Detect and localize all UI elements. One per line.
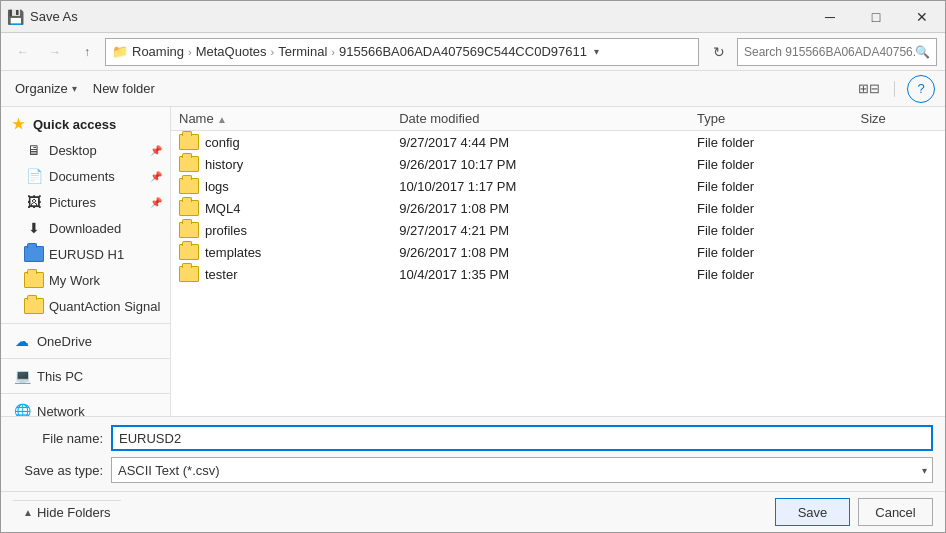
new-folder-label: New folder bbox=[93, 81, 155, 96]
file-size bbox=[853, 197, 945, 219]
back-button[interactable]: ← bbox=[9, 38, 37, 66]
search-icon: 🔍 bbox=[915, 45, 930, 59]
file-date: 9/27/2017 4:44 PM bbox=[391, 131, 689, 154]
footer: ▲ Hide Folders Save Cancel bbox=[1, 491, 945, 532]
sidebar-item-thispc[interactable]: 💻 This PC bbox=[1, 363, 170, 389]
file-type: File folder bbox=[689, 131, 853, 154]
quantaction-folder-icon bbox=[25, 297, 43, 315]
col-size[interactable]: Size bbox=[853, 107, 945, 131]
file-size bbox=[853, 175, 945, 197]
dialog-buttons: Save Cancel bbox=[775, 498, 933, 526]
folder-icon-small: 📁 bbox=[112, 44, 128, 59]
address-dropdown-button[interactable]: ▾ bbox=[587, 39, 607, 65]
refresh-button[interactable]: ↻ bbox=[705, 38, 733, 66]
forward-button[interactable]: → bbox=[41, 38, 69, 66]
crumb-metaquotes[interactable]: MetaQuotes bbox=[196, 44, 267, 59]
crumb-guid[interactable]: 915566BA06ADA407569C544CC0D97611 bbox=[339, 44, 587, 59]
file-list: Name ▲ Date modified Type Size bbox=[171, 107, 945, 416]
new-folder-button[interactable]: New folder bbox=[89, 79, 159, 98]
table-row[interactable]: templates 9/26/2017 1:08 PM File folder bbox=[171, 241, 945, 263]
documents-label: Documents bbox=[49, 169, 115, 184]
file-name: profiles bbox=[205, 223, 247, 238]
file-table: Name ▲ Date modified Type Size bbox=[171, 107, 945, 285]
cancel-button[interactable]: Cancel bbox=[858, 498, 933, 526]
hide-folders-label: Hide Folders bbox=[37, 505, 111, 520]
file-name: logs bbox=[205, 179, 229, 194]
saveas-select[interactable]: ASCII Text (*.csv) bbox=[111, 457, 933, 483]
folder-icon bbox=[179, 200, 199, 216]
save-button[interactable]: Save bbox=[775, 498, 850, 526]
col-type[interactable]: Type bbox=[689, 107, 853, 131]
close-button[interactable]: ✕ bbox=[899, 2, 945, 32]
minimize-button[interactable]: ─ bbox=[807, 2, 853, 32]
file-type: File folder bbox=[689, 153, 853, 175]
col-date-modified[interactable]: Date modified bbox=[391, 107, 689, 131]
pictures-label: Pictures bbox=[49, 195, 96, 210]
filename-row: File name: bbox=[13, 425, 933, 451]
onedrive-label: OneDrive bbox=[37, 334, 92, 349]
file-name: tester bbox=[205, 267, 238, 282]
file-type: File folder bbox=[689, 241, 853, 263]
folder-icon bbox=[179, 156, 199, 172]
eurusd-label: EURUSD H1 bbox=[49, 247, 124, 262]
pin-icon-desktop: 📌 bbox=[150, 145, 162, 156]
sidebar-item-eurusd[interactable]: EURUSD H1 bbox=[1, 241, 170, 267]
sidebar-item-downloaded[interactable]: ⬇ Downloaded bbox=[1, 215, 170, 241]
sidebar-quick-access-header[interactable]: ★ Quick access bbox=[1, 111, 170, 137]
main-content: ★ Quick access 🖥 Desktop 📌 📄 Documents 📌… bbox=[1, 107, 945, 416]
col-name[interactable]: Name ▲ bbox=[171, 107, 391, 131]
mywork-label: My Work bbox=[49, 273, 100, 288]
quick-access-label: Quick access bbox=[33, 117, 116, 132]
documents-icon: 📄 bbox=[25, 167, 43, 185]
sidebar-item-network[interactable]: 🌐 Network bbox=[1, 398, 170, 416]
sidebar-item-documents[interactable]: 📄 Documents 📌 bbox=[1, 163, 170, 189]
file-name: history bbox=[205, 157, 243, 172]
file-size bbox=[853, 219, 945, 241]
address-bar[interactable]: 📁 Roaming › MetaQuotes › Terminal › 9155… bbox=[105, 38, 699, 66]
downloaded-label: Downloaded bbox=[49, 221, 121, 236]
table-row[interactable]: logs 10/10/2017 1:17 PM File folder bbox=[171, 175, 945, 197]
up-button[interactable]: ↑ bbox=[73, 38, 101, 66]
window-icon: 💾 bbox=[7, 9, 24, 25]
crumb-roaming[interactable]: Roaming bbox=[132, 44, 184, 59]
file-size bbox=[853, 263, 945, 285]
search-input[interactable] bbox=[744, 45, 915, 59]
pc-icon: 💻 bbox=[13, 367, 31, 385]
star-icon: ★ bbox=[9, 115, 27, 133]
file-date: 9/26/2017 10:17 PM bbox=[391, 153, 689, 175]
sidebar: ★ Quick access 🖥 Desktop 📌 📄 Documents 📌… bbox=[1, 107, 171, 416]
hide-folders-button[interactable]: ▲ Hide Folders bbox=[13, 500, 121, 524]
table-row[interactable]: profiles 9/27/2017 4:21 PM File folder bbox=[171, 219, 945, 241]
view-button[interactable]: ⊞⊟ bbox=[855, 75, 883, 103]
sidebar-item-pictures[interactable]: 🖼 Pictures 📌 bbox=[1, 189, 170, 215]
title-bar: 💾 Save As ─ □ ✕ bbox=[1, 1, 945, 33]
sidebar-item-mywork[interactable]: My Work bbox=[1, 267, 170, 293]
saveas-label: Save as type: bbox=[13, 463, 103, 478]
folder-icon bbox=[179, 244, 199, 260]
organize-button[interactable]: Organize ▾ bbox=[11, 79, 81, 98]
help-button[interactable]: ? bbox=[907, 75, 935, 103]
search-box[interactable]: 🔍 bbox=[737, 38, 937, 66]
table-row[interactable]: history 9/26/2017 10:17 PM File folder bbox=[171, 153, 945, 175]
sidebar-item-onedrive[interactable]: ☁ OneDrive bbox=[1, 328, 170, 354]
organize-label: Organize bbox=[15, 81, 68, 96]
file-type: File folder bbox=[689, 175, 853, 197]
address-toolbar: ← → ↑ 📁 Roaming › MetaQuotes › Terminal … bbox=[1, 33, 945, 71]
maximize-button[interactable]: □ bbox=[853, 2, 899, 32]
file-size bbox=[853, 153, 945, 175]
file-type: File folder bbox=[689, 197, 853, 219]
filename-input[interactable] bbox=[111, 425, 933, 451]
network-icon: 🌐 bbox=[13, 402, 31, 416]
breadcrumb: Roaming › MetaQuotes › Terminal › 915566… bbox=[132, 44, 587, 59]
file-name: config bbox=[205, 135, 240, 150]
table-row[interactable]: MQL4 9/26/2017 1:08 PM File folder bbox=[171, 197, 945, 219]
sidebar-item-desktop[interactable]: 🖥 Desktop 📌 bbox=[1, 137, 170, 163]
sidebar-item-quantaction[interactable]: QuantAction Signal bbox=[1, 293, 170, 319]
saveas-row: Save as type: ASCII Text (*.csv) ▾ bbox=[13, 457, 933, 483]
table-row[interactable]: tester 10/4/2017 1:35 PM File folder bbox=[171, 263, 945, 285]
save-as-dialog: 💾 Save As ─ □ ✕ ← → ↑ 📁 Roaming › MetaQu… bbox=[0, 0, 946, 533]
table-row[interactable]: config 9/27/2017 4:44 PM File folder bbox=[171, 131, 945, 154]
view-separator: │ bbox=[891, 81, 899, 96]
quick-access-section: ★ Quick access 🖥 Desktop 📌 📄 Documents 📌… bbox=[1, 111, 170, 319]
crumb-terminal[interactable]: Terminal bbox=[278, 44, 327, 59]
